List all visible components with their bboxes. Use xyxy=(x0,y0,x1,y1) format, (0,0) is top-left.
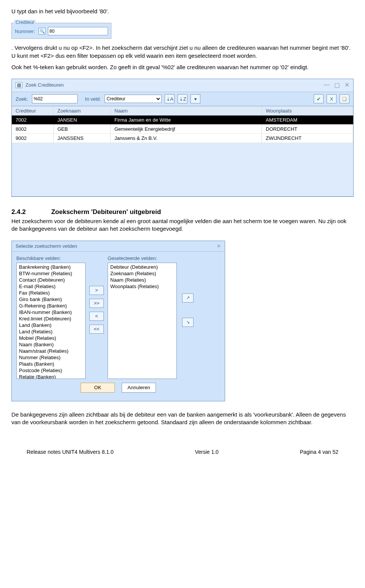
col-naam[interactable]: Naam xyxy=(111,106,262,115)
explanation-paragraph-a: . Vervolgens drukt u nu op <F2>. In het … xyxy=(11,44,354,60)
available-label: Beschikbare velden: xyxy=(16,255,86,261)
section-heading: 2.4.2 Zoekscherm 'Debiteuren' uitgebreid xyxy=(11,208,354,216)
list-item[interactable]: Naam (Banken) xyxy=(17,341,85,348)
heading-text: Zoekscherm 'Debiteuren' uitgebreid xyxy=(51,208,161,216)
confirm-icon[interactable]: ✔ xyxy=(314,94,324,103)
cell: Firma Jansen en de Witte xyxy=(111,116,262,124)
col-zoeknaam[interactable]: Zoeknaam xyxy=(54,106,111,115)
add-all-button[interactable]: >> xyxy=(89,299,104,308)
heading-number: 2.4.2 xyxy=(11,208,49,216)
list-item[interactable]: Bankrekening (Banken) xyxy=(17,264,85,270)
list-item[interactable]: Nummer (Relaties) xyxy=(17,354,85,361)
list-item[interactable]: Debiteur (Debiteuren) xyxy=(108,264,176,270)
cell: GEB xyxy=(54,125,111,133)
footer-left: Release notes UNIT4 Multivers 8.1.0 xyxy=(27,449,114,455)
closing-paragraph: De bankgegevens zijn alleen zichtbaar al… xyxy=(11,411,354,426)
results-grid: Crediteur Zoeknaam Naam Woonplaats 7002J… xyxy=(12,106,353,197)
selected-label: Geselecteerde velden: xyxy=(108,255,177,261)
list-item[interactable]: Fax (Relaties) xyxy=(17,290,85,296)
nummer-input[interactable] xyxy=(48,27,108,35)
grid-header: Crediteur Zoeknaam Naam Woonplaats xyxy=(12,106,353,116)
list-item[interactable]: Giro bank (Banken) xyxy=(17,296,85,303)
cell: 7002 xyxy=(12,116,54,124)
cell: Janssens & Zn B.V. xyxy=(111,134,262,143)
list-item[interactable]: Contact (Debiteuren) xyxy=(17,277,85,283)
list-item[interactable]: G-Rekening (Banken) xyxy=(17,303,85,309)
cell: DORDRECHT xyxy=(262,125,353,133)
footer-mid: Versie 1.0 xyxy=(195,449,219,455)
magnifier-icon[interactable]: 🔍 xyxy=(38,28,46,35)
table-row[interactable]: 8002GEBGemeentelijk EnergiebedrijfDORDRE… xyxy=(12,125,353,134)
list-item[interactable]: Kred.limiet (Debiteuren) xyxy=(17,315,85,322)
field-selection-dialog: Selectie zoekscherm velden ✕ Beschikbare… xyxy=(11,241,225,401)
cell: AMSTERDAM xyxy=(262,116,353,124)
grid-icon: ▦ xyxy=(16,82,22,88)
list-item[interactable]: E-mail (Relaties) xyxy=(17,283,85,290)
table-row[interactable]: 9002JANSSENSJanssens & Zn B.V.ZWIJNDRECH… xyxy=(12,134,353,143)
crediteur-fieldset: Crediteur Nummer: 🔍 xyxy=(11,23,111,39)
table-row[interactable]: 7002JANSENFirma Jansen en de WitteAMSTER… xyxy=(12,116,353,125)
list-item[interactable]: Naam (Relaties) xyxy=(108,277,176,283)
list-item[interactable]: Land (Banken) xyxy=(17,322,85,328)
maximize-icon[interactable]: ▢ xyxy=(334,81,340,89)
cell: 8002 xyxy=(12,125,54,133)
col-crediteur[interactable]: Crediteur xyxy=(12,106,54,115)
intro-paragraph: U typt dan in het veld bijvoorbeeld '80'… xyxy=(11,8,354,15)
window-title: Zoek Crediteuren xyxy=(25,82,63,88)
inveld-select[interactable]: Crediteur xyxy=(105,95,162,103)
sort-desc-icon[interactable]: ⇣Z xyxy=(178,94,187,103)
list-item[interactable]: IBAN-nummer (Banken) xyxy=(17,309,85,315)
move-up-button[interactable]: ↗ xyxy=(182,293,194,303)
col-woonplaats[interactable]: Woonplaats xyxy=(262,106,353,115)
remove-all-button[interactable]: << xyxy=(89,325,104,334)
list-item[interactable]: Zoeknaam (Relaties) xyxy=(108,270,176,277)
minimize-icon[interactable]: — xyxy=(324,81,330,89)
explanation-paragraph-b: Ook het %-teken kan gebruikt worden. Zo … xyxy=(11,63,354,71)
available-listbox[interactable]: Bankrekening (Banken)BTW-nummer (Relatie… xyxy=(16,263,86,379)
list-item[interactable]: BTW-nummer (Relaties) xyxy=(17,270,85,277)
zoek-input[interactable] xyxy=(32,94,78,103)
excel-icon[interactable]: X xyxy=(327,94,336,103)
list-item[interactable]: Postcode (Relaties) xyxy=(17,367,85,374)
cancel-button[interactable]: Annuleren xyxy=(122,383,156,393)
sort-asc-icon[interactable]: ⇣A xyxy=(165,94,175,103)
cell: JANSEN xyxy=(54,116,111,124)
zoek-label: Zoek: xyxy=(16,96,28,102)
footer-right: Pagina 4 van 52 xyxy=(300,449,338,455)
list-item[interactable]: Naam/straat (Relaties) xyxy=(17,348,85,354)
new-icon[interactable]: ❏ xyxy=(340,94,349,103)
add-button[interactable]: > xyxy=(89,286,104,295)
nummer-label: Nummer: xyxy=(15,29,36,34)
search-toolbar: Zoek: In veld: Crediteur ⇣A ⇣Z ▾ ✔ X ❏ xyxy=(12,92,353,106)
crediteur-legend: Crediteur xyxy=(14,20,36,25)
close-icon[interactable]: ✕ xyxy=(344,81,349,89)
cell: ZWIJNDRECHT xyxy=(262,134,353,143)
ok-button[interactable]: OK xyxy=(81,383,115,393)
remove-button[interactable]: < xyxy=(89,312,104,321)
selected-listbox[interactable]: Debiteur (Debiteuren)Zoeknaam (Relaties)… xyxy=(108,263,177,379)
search-crediteuren-window: ▦ Zoek Crediteuren — ▢ ✕ Zoek: In veld: … xyxy=(11,79,354,197)
cell: Gemeentelijk Energiebedrijf xyxy=(111,125,262,133)
list-item[interactable]: Land (Relaties) xyxy=(17,328,85,335)
list-item[interactable]: Plaats (Banken) xyxy=(17,361,85,367)
page-footer: Release notes UNIT4 Multivers 8.1.0 Vers… xyxy=(11,449,354,455)
filter-icon[interactable]: ▾ xyxy=(190,94,200,103)
section-paragraph: Het zoekscherm voor de debiteuren kende … xyxy=(11,217,354,233)
list-item[interactable]: Relatie (Banken) xyxy=(17,374,85,379)
window-titlebar: ▦ Zoek Crediteuren — ▢ ✕ xyxy=(12,79,353,92)
list-item[interactable]: Mobiel (Relaties) xyxy=(17,335,85,341)
list-item[interactable]: Woonplaats (Relaties) xyxy=(108,283,176,290)
dialog-title: Selectie zoekscherm velden xyxy=(16,243,77,249)
move-down-button[interactable]: ↘ xyxy=(182,318,194,327)
inveld-label: In veld: xyxy=(85,96,101,102)
close-icon[interactable]: ✕ xyxy=(217,243,221,249)
cell: JANSSENS xyxy=(54,134,111,143)
cell: 9002 xyxy=(12,134,54,143)
